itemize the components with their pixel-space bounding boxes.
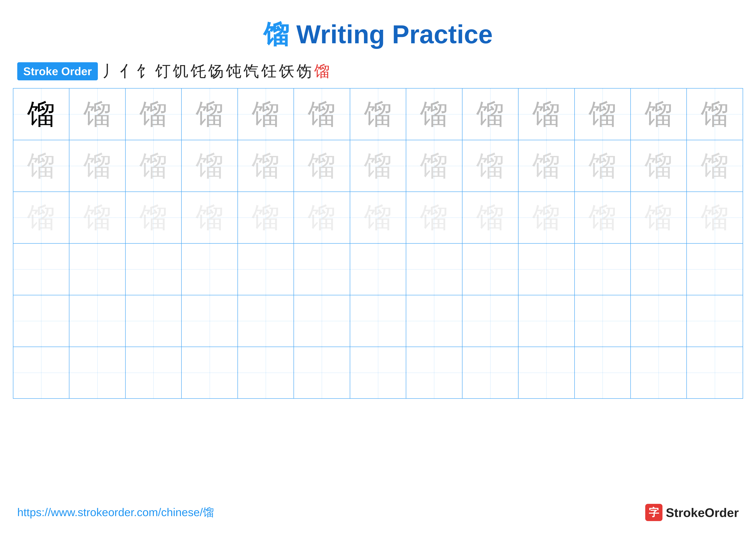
stroke-order-row: Stroke Order 丿 亻 饣 饤 饥 饦 饧 饨 饩 饪 饫 饬 馏 — [0, 61, 756, 82]
cell-r1c2: 馏 — [69, 88, 125, 140]
footer-logo-text: StrokeOrder — [666, 505, 739, 520]
cell-r4c10[interactable] — [518, 243, 574, 295]
cell-r3c4: 馏 — [181, 192, 237, 243]
cell-r5c8[interactable] — [406, 295, 462, 347]
cell-r6c3[interactable] — [125, 347, 181, 398]
cell-r6c7[interactable] — [350, 347, 406, 398]
stroke-12: 饬 — [297, 61, 312, 82]
table-row[interactable] — [13, 295, 743, 347]
cell-r5c5[interactable] — [238, 295, 294, 347]
stroke-9: 饩 — [244, 61, 259, 82]
cell-char: 馏 — [364, 150, 392, 181]
cell-char: 馏 — [588, 99, 617, 130]
stroke-7: 饧 — [208, 61, 224, 82]
cell-r6c1[interactable] — [13, 347, 69, 398]
cell-r4c9[interactable] — [462, 243, 518, 295]
cell-r6c12[interactable] — [631, 347, 687, 398]
cell-r6c13[interactable] — [687, 347, 743, 398]
cell-r1c9: 馏 — [462, 88, 518, 140]
cell-r4c1[interactable] — [13, 243, 69, 295]
cell-r4c11[interactable] — [575, 243, 631, 295]
cell-r5c6[interactable] — [294, 295, 350, 347]
table-row: 馏 馏 馏 馏 馏 馏 馏 馏 馏 馏 馏 馏 馏 — [13, 88, 743, 140]
cell-r3c13: 馏 — [687, 192, 743, 243]
cell-r4c8[interactable] — [406, 243, 462, 295]
cell-char: 馏 — [476, 150, 504, 181]
cell-r1c4: 馏 — [181, 88, 237, 140]
cell-r5c11[interactable] — [575, 295, 631, 347]
cell-r4c12[interactable] — [631, 243, 687, 295]
cell-char: 馏 — [420, 202, 448, 233]
cell-r4c6[interactable] — [294, 243, 350, 295]
cell-r6c11[interactable] — [575, 347, 631, 398]
cell-r4c4[interactable] — [181, 243, 237, 295]
cell-r5c7[interactable] — [350, 295, 406, 347]
cell-r3c5: 馏 — [238, 192, 294, 243]
cell-r2c6: 馏 — [294, 140, 350, 192]
cell-char: 馏 — [139, 99, 168, 130]
table-row[interactable] — [13, 347, 743, 398]
cell-char: 馏 — [645, 202, 673, 233]
table-row[interactable] — [13, 243, 743, 295]
practice-table: 馏 馏 馏 馏 馏 馏 馏 馏 馏 馏 馏 馏 馏 馏 馏 馏 馏 馏 馏 馏 … — [13, 88, 743, 399]
page-title: 馏 Writing Practice — [0, 0, 756, 52]
cell-r3c8: 馏 — [406, 192, 462, 243]
cell-r5c12[interactable] — [631, 295, 687, 347]
cell-r1c12: 馏 — [631, 88, 687, 140]
cell-r6c5[interactable] — [238, 347, 294, 398]
cell-r4c7[interactable] — [350, 243, 406, 295]
cell-r5c9[interactable] — [462, 295, 518, 347]
cell-char: 馏 — [196, 99, 224, 130]
cell-r5c13[interactable] — [687, 295, 743, 347]
cell-r2c5: 馏 — [238, 140, 294, 192]
cell-r5c1[interactable] — [13, 295, 69, 347]
cell-r6c9[interactable] — [462, 347, 518, 398]
cell-char: 馏 — [308, 202, 336, 233]
cell-r6c8[interactable] — [406, 347, 462, 398]
footer: https://www.strokeorder.com/chinese/馏 字 … — [17, 504, 739, 521]
cell-r2c10: 馏 — [518, 140, 574, 192]
cell-char: 馏 — [139, 202, 168, 233]
cell-r5c3[interactable] — [125, 295, 181, 347]
cell-r5c10[interactable] — [518, 295, 574, 347]
cell-r3c12: 馏 — [631, 192, 687, 243]
cell-r6c6[interactable] — [294, 347, 350, 398]
cell-r3c9: 馏 — [462, 192, 518, 243]
stroke-11: 饫 — [279, 61, 294, 82]
stroke-10: 饪 — [261, 61, 277, 82]
cell-r4c5[interactable] — [238, 243, 294, 295]
stroke-order-badge: Stroke Order — [17, 62, 98, 80]
stroke-13: 馏 — [314, 61, 330, 82]
cell-r2c13: 馏 — [687, 140, 743, 192]
cell-r6c2[interactable] — [69, 347, 125, 398]
cell-r4c13[interactable] — [687, 243, 743, 295]
title-char: 馏 — [263, 20, 289, 49]
cell-char: 馏 — [252, 150, 280, 181]
stroke-5: 饥 — [173, 61, 188, 82]
stroke-order-chars: 丿 亻 饣 饤 饥 饦 饧 饨 饩 饪 饫 饬 馏 — [102, 61, 330, 82]
cell-r4c3[interactable] — [125, 243, 181, 295]
cell-r2c7: 馏 — [350, 140, 406, 192]
cell-char: 馏 — [252, 99, 280, 130]
cell-r1c1: 馏 — [13, 88, 69, 140]
cell-r1c6: 馏 — [294, 88, 350, 140]
cell-r4c2[interactable] — [69, 243, 125, 295]
cell-r3c2: 馏 — [69, 192, 125, 243]
cell-r5c4[interactable] — [181, 295, 237, 347]
footer-logo-icon: 字 — [645, 504, 662, 521]
cell-char: 馏 — [701, 99, 729, 130]
cell-char: 馏 — [27, 150, 55, 181]
cell-r2c2: 馏 — [69, 140, 125, 192]
cell-r6c10[interactable] — [518, 347, 574, 398]
cell-char: 馏 — [308, 99, 336, 130]
cell-char: 馏 — [364, 202, 392, 233]
footer-logo: 字 StrokeOrder — [645, 504, 739, 521]
cell-r5c2[interactable] — [69, 295, 125, 347]
cell-char: 馏 — [83, 150, 111, 181]
stroke-4: 饤 — [155, 61, 171, 82]
cell-r1c13: 馏 — [687, 88, 743, 140]
stroke-1: 丿 — [102, 61, 118, 82]
cell-r6c4[interactable] — [181, 347, 237, 398]
cell-r1c11: 馏 — [575, 88, 631, 140]
cell-char: 馏 — [420, 99, 448, 130]
